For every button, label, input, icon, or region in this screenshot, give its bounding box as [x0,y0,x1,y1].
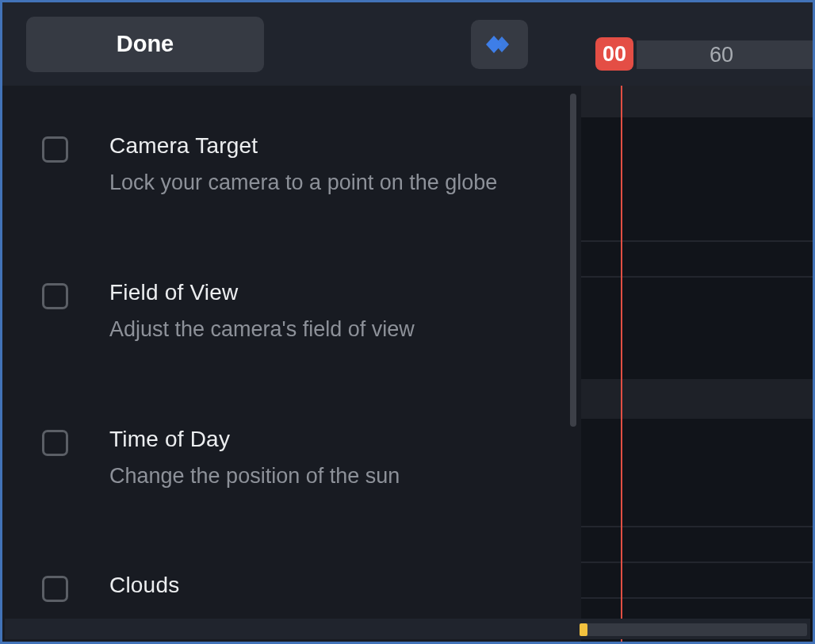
scrollbar-handle[interactable] [580,623,587,636]
option-text: Clouds [109,573,557,609]
keyframe-add-icon [486,34,513,55]
option-title: Clouds [109,573,557,598]
checkbox-camera-target[interactable] [42,136,68,163]
checkbox-clouds[interactable] [42,576,68,602]
option-time-of-day: Time of Day Change the position of the s… [42,427,557,490]
option-desc: Change the position of the sun [109,463,557,490]
options-list: Camera Target Lock your camera to a poin… [2,86,581,609]
timeline-track-divider [581,276,813,278]
checkbox-time-of-day[interactable] [42,430,68,456]
option-title: Time of Day [109,427,557,452]
option-title: Field of View [109,280,557,305]
timeline-track[interactable] [581,86,813,117]
timeline-track[interactable] [581,379,813,419]
option-camera-target: Camera Target Lock your camera to a poin… [42,133,557,197]
time-tick-60: 60 [710,40,733,69]
timeline-horizontal-scrollbar[interactable] [580,623,807,636]
option-field-of-view: Field of View Adjust the camera's field … [42,280,557,343]
done-button[interactable]: Done [26,17,264,72]
option-text: Field of View Adjust the camera's field … [109,280,557,343]
checkbox-field-of-view[interactable] [42,283,68,309]
playhead[interactable] [621,86,622,642]
timeline-panel[interactable] [581,86,813,642]
options-scrollbar[interactable] [570,94,576,427]
option-text: Time of Day Change the position of the s… [109,427,557,490]
timeline-track-divider [581,526,813,527]
option-title: Camera Target [109,133,557,159]
app-frame: Done 00 60 Camera Target Lock your ca [0,0,815,644]
bottom-bar [5,619,810,639]
option-desc: Adjust the camera's field of view [109,316,557,343]
timeline-track-divider [581,562,813,563]
main-body: Camera Target Lock your camera to a poin… [2,86,813,642]
option-clouds: Clouds [42,573,557,609]
add-keyframe-button[interactable] [471,20,528,69]
option-desc: Lock your camera to a point on the globe [109,170,557,197]
timeline-track-divider [581,597,813,599]
toolbar: Done 00 60 [2,2,813,86]
timeline-track-divider [581,240,813,242]
option-text: Camera Target Lock your camera to a poin… [109,133,557,197]
options-panel: Camera Target Lock your camera to a poin… [2,86,581,642]
current-time-marker[interactable]: 00 [595,37,633,71]
